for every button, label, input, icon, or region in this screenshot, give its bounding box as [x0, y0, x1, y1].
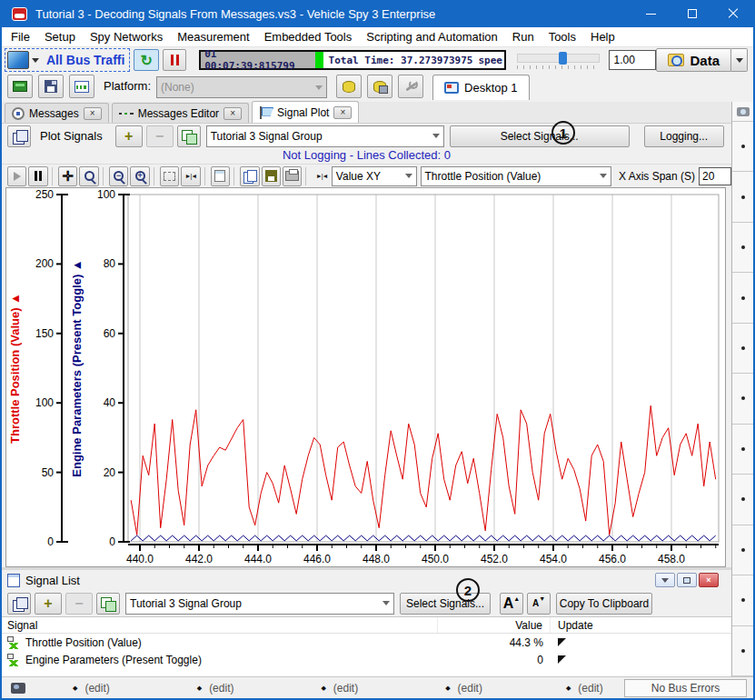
desktop-tab[interactable]: Desktop 1	[432, 75, 530, 100]
save-plot-button[interactable]	[262, 166, 281, 186]
main-panel: Messages × Messages Editor × Signal Plot…	[2, 102, 731, 676]
x-axis-span-input[interactable]	[699, 167, 731, 185]
main-toolbar: All Bus Traffi ↻ 01 00:07:39:815799 Tota…	[2, 47, 753, 73]
menu-file[interactable]: File	[2, 30, 37, 44]
dock-slot[interactable]	[732, 374, 753, 424]
run-mode-button[interactable]	[7, 51, 29, 69]
run-mode-dropdown[interactable]	[29, 51, 41, 69]
add-plot-button[interactable]: +	[115, 125, 143, 147]
signal-list-group-select[interactable]: Tutorial 3 Signal Group	[125, 593, 394, 615]
edit-slot[interactable]: ◆(edit)	[197, 682, 234, 695]
close-button[interactable]	[712, 0, 753, 27]
column-value[interactable]: Value	[438, 617, 551, 633]
menu-spy-networks[interactable]: Spy Networks	[83, 30, 170, 44]
select-signals-button[interactable]: Select Signals...	[450, 125, 630, 147]
pause-capture-button[interactable]	[163, 49, 186, 71]
edit-slot[interactable]: ◆(edit)	[445, 682, 482, 695]
dock-slot[interactable]	[732, 273, 753, 323]
table-row[interactable]: Engine Parameters (Present Toggle) 0	[2, 651, 731, 668]
window-controls	[631, 0, 753, 27]
copy-to-clipboard-button[interactable]: Copy To Clipboard	[556, 593, 652, 615]
edit-slot[interactable]: ◆(edit)	[321, 682, 358, 695]
menu-tools[interactable]: Tools	[541, 30, 583, 44]
table-row[interactable]: Throttle Position (Value) 44.3 %	[2, 634, 731, 651]
tab-messages[interactable]: Messages ×	[5, 103, 109, 123]
panel-close-button[interactable]: ×	[699, 573, 719, 587]
dock-slot[interactable]	[732, 223, 753, 273]
signal-list-pages-button[interactable]	[7, 593, 31, 615]
signal-plot-canvas[interactable]: 440.0442.0444.0446.0448.0450.0452.0454.0…	[6, 188, 725, 565]
menu-embedded-tools[interactable]: Embedded Tools	[257, 30, 360, 44]
dock-slot[interactable]	[732, 172, 753, 222]
plot-signals-pages-button[interactable]	[7, 125, 31, 147]
speed-value-input[interactable]	[609, 50, 656, 70]
menu-help[interactable]: Help	[583, 30, 622, 44]
menu-run[interactable]: Run	[505, 30, 541, 44]
plot-pause-button[interactable]	[28, 166, 47, 186]
remove-plot-button[interactable]: −	[146, 125, 174, 147]
dock-slot[interactable]	[732, 425, 753, 475]
dock-slot[interactable]	[732, 575, 753, 625]
zoom-in-button[interactable]: +	[130, 166, 149, 186]
dock-slot[interactable]	[732, 475, 753, 525]
platform-button[interactable]	[69, 75, 94, 98]
print-plot-button[interactable]	[283, 166, 302, 186]
column-update[interactable]: Update	[551, 617, 731, 633]
dock-slot[interactable]	[732, 122, 753, 172]
svg-text:50: 50	[42, 466, 55, 479]
logging-button[interactable]: Logging...	[644, 125, 724, 147]
signal-plot-area[interactable]: 440.0442.0444.0446.0448.0450.0452.0454.0…	[5, 187, 726, 567]
active-signal-select[interactable]: Throttle Position (Value)	[421, 166, 611, 186]
copy-group-button[interactable]	[96, 593, 120, 615]
dock-slot[interactable]	[732, 626, 753, 676]
copy-plot-button[interactable]	[240, 166, 259, 186]
edit-slot[interactable]: ◆(edit)	[73, 682, 110, 695]
plot-properties-button[interactable]	[211, 166, 230, 186]
edit-slot[interactable]: ◆(edit)	[566, 682, 603, 695]
save-setup-button[interactable]	[38, 75, 64, 98]
minimize-button[interactable]	[631, 0, 671, 27]
dock-capture-button[interactable]	[732, 102, 753, 122]
menu-setup[interactable]: Setup	[37, 30, 83, 44]
copy-group-button[interactable]	[177, 125, 201, 147]
database-save-button[interactable]	[367, 75, 392, 98]
fit-width-button[interactable]: ►|◄	[181, 166, 200, 186]
font-decrease-button[interactable]: A▼	[527, 593, 551, 615]
refresh-icon: ↻	[141, 52, 153, 69]
maximize-button[interactable]	[671, 0, 712, 27]
tab-signal-plot[interactable]: Signal Plot ×	[252, 101, 359, 123]
menu-scripting-automation[interactable]: Scripting and Automation	[359, 30, 505, 44]
panel-dropdown-button[interactable]	[655, 573, 675, 587]
zoom-tool-button[interactable]	[79, 166, 98, 186]
hardware-button[interactable]	[7, 75, 33, 98]
tab-messages-editor-close-button[interactable]: ×	[224, 107, 242, 120]
plot-play-button[interactable]	[7, 166, 26, 186]
data-button[interactable]: Data	[656, 48, 731, 72]
refresh-button[interactable]: ↻	[134, 49, 159, 71]
select-region-button[interactable]	[160, 166, 179, 186]
plot-type-select[interactable]: Value XY	[332, 166, 417, 186]
data-dropdown-button[interactable]	[731, 48, 748, 72]
panel-restore-button[interactable]	[677, 573, 697, 587]
collapse-axis-button[interactable]: ►|◄	[312, 166, 331, 186]
tab-signal-plot-close-button[interactable]: ×	[333, 106, 352, 119]
column-signal[interactable]: Signal	[2, 617, 438, 633]
signal-group-select[interactable]: Tutorial 3 Signal Group	[206, 125, 444, 147]
tab-messages-editor[interactable]: Messages Editor ×	[112, 103, 249, 123]
pan-tool-button[interactable]: ✛	[58, 166, 77, 186]
tab-messages-close-button[interactable]: ×	[84, 107, 102, 120]
platform-select[interactable]: (None)	[156, 76, 327, 98]
menu-measurement[interactable]: Measurement	[170, 30, 256, 44]
add-signal-button[interactable]: +	[35, 593, 62, 615]
secondary-toolbar: Platform: (None) Desktop 1	[2, 73, 753, 102]
font-increase-button[interactable]: A▲	[500, 593, 523, 615]
database-button[interactable]	[336, 75, 362, 98]
tools-options-button[interactable]	[398, 75, 423, 98]
slider-thumb[interactable]	[559, 52, 567, 65]
data-folder-search-icon	[668, 54, 684, 66]
remove-signal-button[interactable]: −	[65, 593, 93, 615]
zoom-out-button[interactable]: −	[109, 166, 128, 186]
dock-slot[interactable]	[732, 525, 753, 575]
playback-speed-slider[interactable]	[517, 51, 600, 69]
dock-slot[interactable]	[732, 324, 753, 374]
